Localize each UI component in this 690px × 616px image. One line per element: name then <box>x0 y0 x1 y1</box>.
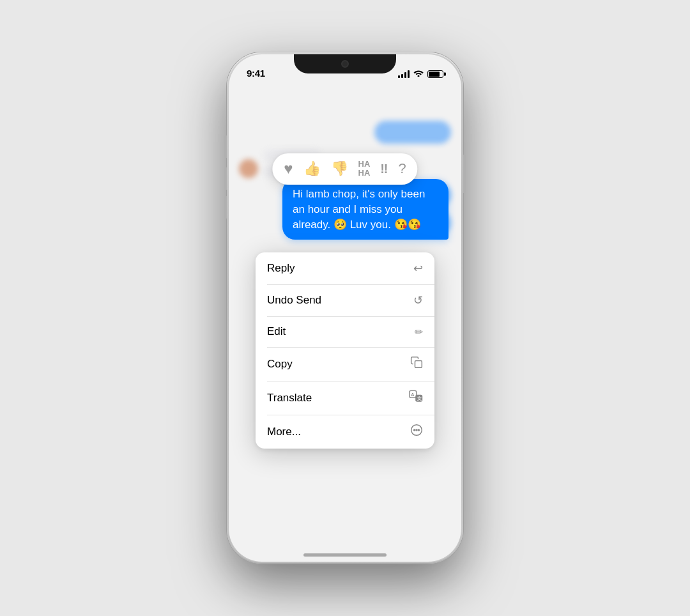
reaction-haha[interactable]: HAHA <box>358 160 371 178</box>
reaction-question[interactable]: ? <box>398 160 406 177</box>
menu-item-more-label: More... <box>267 426 301 438</box>
menu-item-undo-send-label: Undo Send <box>267 294 321 307</box>
svg-point-6 <box>414 429 415 431</box>
svg-rect-0 <box>415 361 422 368</box>
message-text: Hi lamb chop, it's only been an hour and… <box>293 188 425 231</box>
camera <box>341 60 349 68</box>
menu-item-reply-label: Reply <box>267 262 295 275</box>
svg-text:A: A <box>411 392 414 397</box>
menu-item-reply[interactable]: Reply ↩ <box>256 252 434 284</box>
menu-item-edit-label: Edit <box>267 325 286 338</box>
reaction-heart[interactable]: ♥ <box>284 160 293 178</box>
svg-point-7 <box>416 429 417 431</box>
reaction-thumbsdown[interactable]: 👎 <box>331 160 348 177</box>
menu-item-undo-send[interactable]: Undo Send ↺ <box>256 284 434 316</box>
battery-icon <box>427 70 443 78</box>
menu-item-translate-label: Translate <box>267 392 312 404</box>
phone-frame: 9:41 <box>227 52 463 564</box>
svg-point-8 <box>418 429 419 431</box>
message-bubble-container: Hi lamb chop, it's only been an hour and… <box>241 179 448 240</box>
menu-item-copy[interactable]: Copy <box>256 347 434 381</box>
status-time: 9:41 <box>247 68 265 79</box>
edit-icon: ✏ <box>415 326 423 338</box>
signal-icon <box>398 70 410 78</box>
reaction-bar[interactable]: ♥ 👍 👎 HAHA ‼ ? <box>272 153 417 185</box>
message-bubble: Hi lamb chop, it's only been an hour and… <box>282 179 448 240</box>
reaction-exclaim[interactable]: ‼ <box>380 162 388 176</box>
phone-screen: 9:41 <box>229 54 461 562</box>
reply-icon: ↩ <box>413 261 423 275</box>
translate-icon: A 文 <box>409 390 423 406</box>
status-icons <box>398 69 443 79</box>
menu-item-copy-label: Copy <box>267 358 293 371</box>
context-menu: Reply ↩ Undo Send ↺ Edit ✏ Copy <box>256 252 434 449</box>
reaction-thumbsup[interactable]: 👍 <box>303 160 321 177</box>
copy-icon <box>410 356 423 372</box>
wifi-icon <box>413 69 424 79</box>
home-indicator <box>303 553 387 557</box>
more-icon <box>410 424 423 440</box>
menu-item-more[interactable]: More... <box>256 415 434 449</box>
menu-item-translate[interactable]: Translate A 文 <box>256 381 434 415</box>
svg-text:文: 文 <box>417 396 422 401</box>
undo-send-icon: ↺ <box>413 293 423 307</box>
menu-item-edit[interactable]: Edit ✏ <box>256 316 434 347</box>
notch <box>294 54 396 73</box>
